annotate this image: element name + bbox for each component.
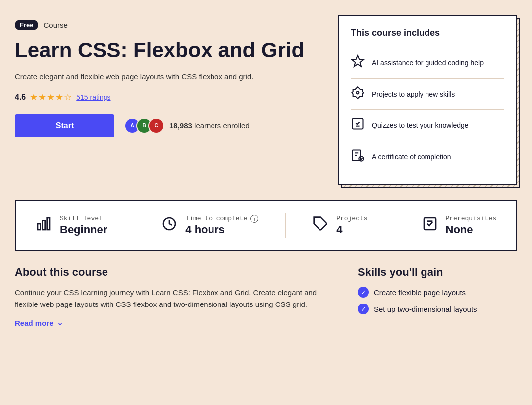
stat-skill-level: Skill level Beginner [36,215,107,236]
skill-item-1: ✓ Create flexible page layouts [358,287,517,298]
card-item-projects: Projects to apply new skills [351,79,504,110]
stats-bar: Skill level Beginner Time to complete i … [15,200,517,251]
free-badge: Free [15,20,38,30]
rating-number: 4.6 [15,93,26,101]
course-description: Create elegant and flexible web page lay… [15,71,274,83]
read-more-link[interactable]: Read more ⌄ [15,318,338,327]
top-section: Free Course Learn CSS: Flexbox and Grid … [15,15,517,185]
skill-check-icon-1: ✓ [358,287,369,298]
skill-check-icon-2: ✓ [358,304,369,314]
stat-prerequisites: Prerequisites None [422,215,496,236]
card-item-certificate: A certificate of completion [351,141,504,172]
learners-count: 18,983 learners enrolled [169,121,250,130]
projects-value: 4 [336,223,367,236]
skill-item-2: ✓ Set up two-dimensional layouts [358,304,517,314]
avatar-3: C [148,118,164,134]
stat-time: Time to complete i 4 hours [161,215,258,236]
about-section: About this course Continue your CSS lear… [15,266,338,327]
skill-label-1: Create flexible page layouts [374,288,466,297]
svg-rect-13 [424,218,436,230]
bar-chart-icon [36,216,52,235]
prerequisites-label: Prerequisites [446,215,496,222]
ai-icon [351,54,365,71]
time-value: 4 hours [185,223,258,236]
card-item-projects-text: Projects to apply new skills [372,90,455,98]
project-icon [351,86,365,102]
course-includes-card: This course includes AI assistance for g… [338,15,517,185]
card-title: This course includes [351,28,504,38]
time-label: Time to complete [185,215,247,222]
chevron-down-icon: ⌄ [57,318,63,327]
course-title: Learn CSS: Flexbox and Grid [15,38,323,62]
stat-projects: Projects 4 [313,215,367,236]
time-info-icon[interactable]: i [250,215,258,223]
card-item-ai-text: AI assistance for guided coding help [372,59,484,67]
action-row: Start A B C 18,983 learners enrolled [15,114,323,137]
stat-divider-3 [395,213,395,238]
certificate-icon [351,148,365,165]
rating-row: 4.6 ★★★★☆ 515 ratings [15,92,323,102]
svg-rect-8 [38,224,40,230]
svg-marker-0 [352,55,363,66]
badge-row: Free Course [15,20,323,30]
checklist-icon [422,216,438,235]
card-item-ai: AI assistance for guided coding help [351,47,504,79]
course-label: Course [43,21,67,29]
skill-level-label: Skill level [60,215,107,222]
skills-title: Skills you'll gain [358,266,517,279]
left-content: Free Course Learn CSS: Flexbox and Grid … [15,15,323,185]
svg-point-1 [357,92,359,94]
stat-divider-2 [285,213,286,238]
ratings-link[interactable]: 515 ratings [76,93,110,101]
skill-level-value: Beginner [60,223,107,236]
card-item-quizzes-text: Quizzes to test your knowledge [372,121,469,129]
puzzle-icon [313,216,328,235]
about-text: Continue your CSS learning journey with … [15,287,338,310]
svg-rect-10 [47,218,50,230]
clock-icon [161,216,177,235]
bottom-section: About this course Continue your CSS lear… [15,266,517,327]
about-title: About this course [15,266,338,279]
start-button[interactable]: Start [15,114,114,137]
card-item-quizzes: Quizzes to test your knowledge [351,110,504,141]
skill-label-2: Set up two-dimensional layouts [374,305,477,313]
skills-section: Skills you'll gain ✓ Create flexible pag… [358,266,517,327]
quiz-icon [351,117,365,134]
learners-row: A B C 18,983 learners enrolled [124,118,250,134]
svg-rect-9 [42,220,45,230]
rating-stars: ★★★★☆ [30,92,72,102]
page-wrapper: Free Course Learn CSS: Flexbox and Grid … [0,0,532,342]
avatar-stack: A B C [124,118,164,134]
card-item-certificate-text: A certificate of completion [372,153,451,161]
prerequisites-value: None [446,223,496,236]
stat-divider-1 [134,213,134,238]
projects-label: Projects [336,215,367,222]
